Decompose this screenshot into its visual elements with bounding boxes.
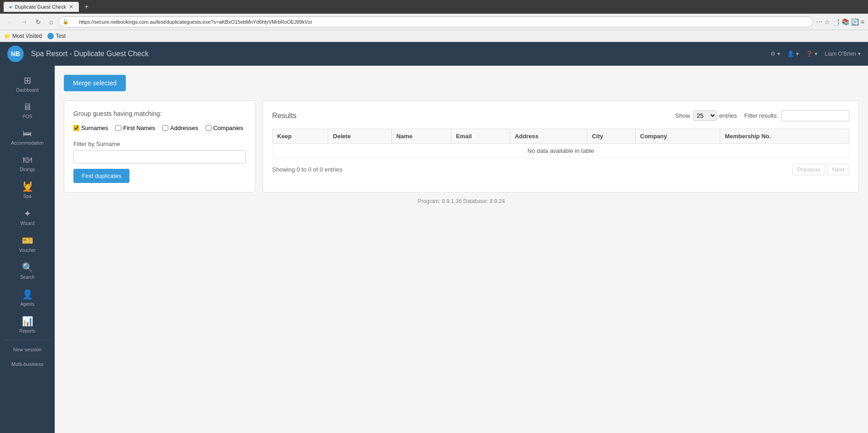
page-title: Duplicate Guest Check bbox=[74, 50, 149, 57]
sync-icon[interactable]: 🔄 bbox=[851, 18, 859, 26]
checkbox-addresses[interactable]: Addresses bbox=[162, 125, 198, 131]
refresh-button[interactable]: ↻ bbox=[33, 17, 44, 27]
pagination: Previous Next bbox=[792, 164, 849, 175]
sidebar-item-spa[interactable]: 💆 Spa bbox=[0, 177, 55, 203]
wizard-label: Wizard bbox=[20, 221, 34, 226]
checkbox-companies[interactable]: Companies bbox=[206, 125, 243, 131]
user-arrow: ▾ bbox=[796, 51, 799, 57]
new-session-label: New session bbox=[13, 347, 41, 352]
col-email: Email bbox=[451, 129, 510, 144]
settings-arrow: ▾ bbox=[777, 51, 780, 57]
bookmark-nb[interactable]: Test bbox=[47, 33, 66, 39]
url-text: https://secure.netbookings.com.au/test/d… bbox=[79, 19, 312, 25]
help-arrow: ▾ bbox=[815, 51, 817, 57]
results-panel: Results Show 25 50 100 entries bbox=[263, 100, 859, 193]
pos-icon: 🖥 bbox=[23, 102, 32, 112]
find-duplicates-button[interactable]: Find duplicates bbox=[73, 169, 129, 183]
sidebar-item-agents[interactable]: 👤 Agents bbox=[0, 284, 55, 311]
table-header-row: Keep Delete Name Email Address City Comp… bbox=[273, 129, 849, 144]
previous-button[interactable]: Previous bbox=[792, 164, 826, 175]
col-address: Address bbox=[510, 129, 587, 144]
bookmark-label: Most Visited bbox=[12, 33, 42, 39]
col-city: City bbox=[587, 129, 636, 144]
reports-label: Reports bbox=[19, 329, 35, 334]
menu-icon[interactable]: ≡ bbox=[861, 18, 864, 26]
forward-button[interactable]: → bbox=[18, 17, 30, 27]
help-button[interactable]: ❓ ▾ bbox=[806, 51, 817, 57]
search-icon: 🔍 bbox=[22, 262, 33, 273]
new-tab-button[interactable]: + bbox=[84, 3, 88, 11]
accommodation-label: Accommodation bbox=[11, 141, 44, 146]
dinings-label: Dinings bbox=[20, 167, 35, 172]
showing-text: Showing 0 to 0 of 0 entries bbox=[272, 166, 342, 173]
accommodation-icon: 🛏 bbox=[23, 128, 32, 139]
home-button[interactable]: ⌂ bbox=[46, 17, 56, 27]
companies-checkbox[interactable] bbox=[206, 125, 212, 131]
version-footer: Program: 8.9.1.36 Database: 8.9.24 bbox=[64, 193, 859, 210]
browser-tab[interactable]: ● Duplicate Guest Check ✕ bbox=[4, 2, 79, 12]
search-label: Search bbox=[20, 275, 35, 280]
voucher-label: Voucher bbox=[19, 248, 36, 253]
bookmark-star-icon[interactable]: ☆ bbox=[824, 18, 830, 26]
sidebar-item-dashboard[interactable]: ⊞ Dashboard bbox=[0, 70, 55, 97]
agents-icon: 👤 bbox=[22, 289, 33, 300]
filter-panel-title: Group guests having matching: bbox=[73, 110, 246, 117]
app-header: NB Spa Resort - Duplicate Guest Check ⚙ … bbox=[0, 42, 868, 66]
bookmark-most-visited[interactable]: ⭐ Most Visited bbox=[4, 33, 42, 39]
user-icon: 👤 bbox=[787, 51, 794, 57]
col-name: Name bbox=[392, 129, 451, 144]
wizard-icon: ✦ bbox=[24, 208, 31, 219]
first-names-checkbox[interactable] bbox=[115, 125, 121, 131]
user-icon-button[interactable]: 👤 ▾ bbox=[787, 51, 799, 57]
surnames-checkbox[interactable] bbox=[73, 125, 79, 131]
main-layout: ⊞ Dashboard 🖥 POS 🛏 Accommodation 🍽 Dini… bbox=[0, 66, 868, 433]
filter-results-input[interactable] bbox=[781, 110, 849, 121]
content-area: Merge selected Group guests having match… bbox=[55, 66, 868, 433]
surname-filter-input[interactable] bbox=[73, 150, 246, 163]
sidebar-item-pos[interactable]: 🖥 POS bbox=[0, 97, 55, 124]
nb-bookmark-label: Test bbox=[56, 33, 66, 39]
voucher-icon: 🎫 bbox=[22, 235, 33, 246]
title-separator: - bbox=[70, 50, 74, 57]
show-label: Show bbox=[675, 112, 690, 119]
ssl-lock-icon: 🔒 bbox=[62, 19, 69, 25]
user-name-button[interactable]: Liam O'Brien ▾ bbox=[825, 51, 861, 57]
filter-results: Filter results: bbox=[744, 110, 849, 121]
extensions-icon[interactable]: ⋯ bbox=[816, 18, 822, 26]
address-bar[interactable]: 🔒 https://secure.netbookings.com.au/test… bbox=[58, 16, 813, 27]
agents-label: Agents bbox=[20, 302, 34, 307]
library-icon[interactable]: 📚 bbox=[842, 18, 849, 26]
sidebar-item-accommodation[interactable]: 🛏 Accommodation bbox=[0, 124, 55, 150]
sidebar-item-multi-business[interactable]: Multi-business bbox=[0, 357, 55, 371]
back-button[interactable]: ← bbox=[4, 17, 16, 27]
checkbox-group: Surnames First Names Addresses Comp bbox=[73, 125, 246, 131]
merge-selected-button[interactable]: Merge selected bbox=[64, 75, 126, 91]
app-name: Spa Resort bbox=[31, 50, 67, 57]
dashboard-icon: ⊞ bbox=[24, 75, 31, 86]
sidebar-item-reports[interactable]: 📊 Reports bbox=[0, 311, 55, 338]
sidebar-item-wizard[interactable]: ✦ Wizard bbox=[0, 203, 55, 230]
checkbox-first-names[interactable]: First Names bbox=[115, 125, 155, 131]
filter-by-surname-label: Filter by Surname bbox=[73, 141, 246, 147]
table-body: No data available in table bbox=[273, 144, 849, 158]
checkbox-surnames[interactable]: Surnames bbox=[73, 125, 108, 131]
help-icon: ❓ bbox=[806, 51, 813, 57]
sidebar-item-new-session[interactable]: New session bbox=[0, 342, 55, 357]
next-button[interactable]: Next bbox=[827, 164, 849, 175]
reader-mode-icon[interactable]: 📑 bbox=[832, 18, 840, 26]
multi-business-label: Multi-business bbox=[11, 361, 43, 367]
entries-select[interactable]: 25 50 100 bbox=[693, 110, 717, 121]
browser-chrome: ● Duplicate Guest Check ✕ + bbox=[0, 0, 868, 14]
table-footer: Showing 0 to 0 of 0 entries Previous Nex… bbox=[272, 164, 849, 175]
app-wrapper: NB Spa Resort - Duplicate Guest Check ⚙ … bbox=[0, 42, 868, 433]
sidebar-item-dinings[interactable]: 🍽 Dinings bbox=[0, 150, 55, 177]
addresses-label: Addresses bbox=[170, 125, 198, 131]
addresses-checkbox[interactable] bbox=[162, 125, 168, 131]
sidebar-item-voucher[interactable]: 🎫 Voucher bbox=[0, 230, 55, 257]
sidebar-divider bbox=[5, 340, 49, 340]
settings-button[interactable]: ⚙ ▾ bbox=[770, 51, 780, 57]
tab-close-button[interactable]: ✕ bbox=[69, 4, 73, 10]
sidebar-item-search[interactable]: 🔍 Search bbox=[0, 257, 55, 284]
results-table: Keep Delete Name Email Address City Comp… bbox=[272, 129, 849, 158]
reports-icon: 📊 bbox=[22, 316, 33, 327]
